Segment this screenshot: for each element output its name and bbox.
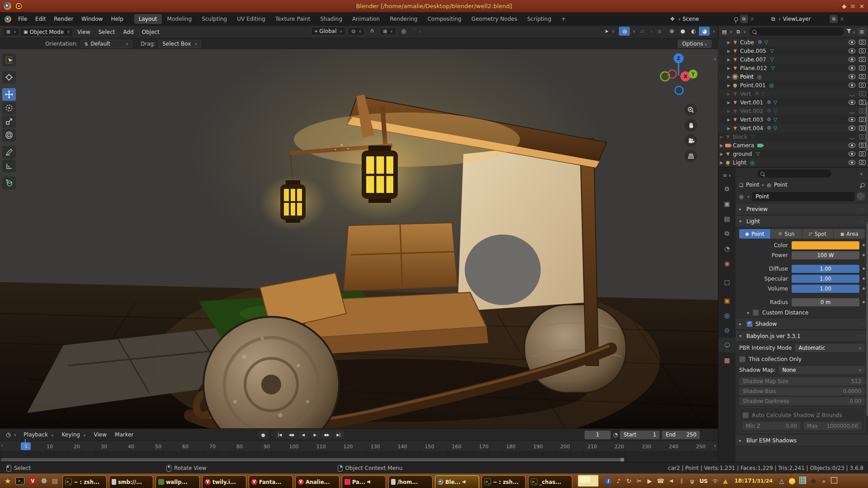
snap-target-dropdown[interactable]: ⊞∨ [379,28,396,35]
outliner-row-camera[interactable]: ▶Camera [718,141,868,150]
timeline-menu-view[interactable]: View [90,430,111,440]
minimize-button[interactable]: ≡ [850,3,855,9]
shading-solid-button[interactable]: ● [677,27,688,36]
tray-keyboard-icon[interactable]: US [699,478,708,484]
animate-dot[interactable] [863,254,865,256]
taskbar-window-analie-[interactable]: VAnalie... [295,475,340,488]
expand-caret-icon[interactable]: ▶ [726,92,732,96]
properties-search-input[interactable] [757,169,831,178]
taskbar-window--chas-[interactable]: >__chas... [528,475,572,488]
timeline-editor-type-button[interactable]: ◷∨ [3,431,19,439]
visibility-eye-toggle[interactable] [849,66,855,70]
taskbar-window--zsh-[interactable]: >_~ : zsh... [481,475,526,488]
outliner-row-light[interactable]: ▶Light◎ [718,158,868,167]
taskbar-window-wallp-[interactable]: wallp... [156,475,200,488]
show-overlays-toggle[interactable]: ◎ [619,27,630,36]
expand-caret-icon[interactable]: ▶ [726,100,732,105]
tool-cursor-button[interactable] [2,71,16,84]
proportional-editing-toggle[interactable]: ◎ [398,27,409,36]
end-frame-field[interactable]: End250 [662,431,700,439]
transport-play-reverse-button[interactable]: ◀ [298,431,309,439]
expand-caret-icon[interactable]: ▶ [726,117,732,122]
tab-texture[interactable]: ▩ [718,352,736,367]
outliner-row-plane-012[interactable]: ▶▼Plane.012▽ [718,64,868,72]
tab-constraints[interactable]: ⊙ [718,323,736,338]
min-z-field[interactable]: Min Z0.00 [742,422,801,430]
visibility-eye-toggle[interactable] [849,74,855,79]
shadow-map-size-field[interactable]: Shadow Map Size512 [739,377,865,385]
outliner-filter-dropdown[interactable]: ∨ [846,28,855,35]
drag-dropdown[interactable]: Select Box∨ [158,40,201,48]
workspace-tab-scripting[interactable]: Scripting [523,14,556,24]
light-type-spot[interactable]: ◸Spot [802,229,834,239]
tab-collection[interactable]: ▢ [718,274,736,289]
perspective-grid-icon[interactable] [684,150,697,162]
fake-user-shield-button[interactable] [857,192,865,201]
tray-wifi-icon[interactable] [712,478,718,484]
outliner-display-mode-dropdown[interactable]: ⧉∨ [736,29,747,35]
tray-info-icon[interactable]: i [605,477,611,484]
auto-calc-checkbox[interactable] [742,412,749,418]
tool-scale-button[interactable] [2,115,16,128]
viewport-menu-add[interactable]: Add [119,27,138,37]
panel-blur-esm[interactable]: ▸Blur ESM Shadows [736,434,868,446]
close-button[interactable]: × [859,3,864,9]
navigation-gizmo[interactable]: Z X Y [658,52,700,101]
shading-wireframe-button[interactable]: ⊕ [666,27,677,36]
visibility-eye-toggle[interactable] [849,117,855,122]
menu-edit[interactable]: Edit [31,14,50,24]
tray-bluetooth-icon[interactable]: ᛒ [679,478,685,484]
shadow-darkness-field[interactable]: Shadow Darkness0.00 [739,397,865,405]
visibility-eye-toggle[interactable] [849,126,855,131]
render-visibility-toggle[interactable] [859,100,866,105]
panel-light[interactable]: ▾Light:::: [736,215,868,227]
properties-editor-type-button[interactable]: ≡∨ [718,169,736,181]
pan-hand-icon[interactable] [684,119,697,131]
custom-distance-row[interactable]: ▸ Custom Distance [736,307,868,318]
new-collection-button[interactable]: ⊞ [858,28,866,36]
shadow-checkbox[interactable] [746,321,753,327]
tool-annotate-button[interactable] [2,146,16,159]
light-color-swatch[interactable] [792,241,859,249]
tray-clipboard-icon[interactable]: ✂ [636,478,642,484]
breadcrumb-object[interactable]: Point [746,182,760,188]
datablock-name-field[interactable]: Point [752,192,854,201]
taskbar-window--zsh-[interactable]: >_~ : zsh... [62,475,107,488]
tray-phone-icon[interactable]: ☎ [657,478,664,484]
outliner-row-vert-003[interactable]: ▶▼Vert.003⚙▽ [718,115,868,124]
outliner-row-point[interactable]: ▶Point◎ [718,72,868,81]
timeline-ruler[interactable]: 1 10203040506070809010011012013014015016… [0,441,718,451]
render-region-icon[interactable]: ⧈ [654,27,665,36]
light-diffuse-slider[interactable]: 1.00 [792,265,859,273]
proportional-falloff-dropdown[interactable]: ⌒∨ [411,27,422,36]
pbr-intensity-dropdown[interactable]: Automatic∨ [795,344,865,352]
tool-measure-button[interactable] [2,160,16,172]
tray-volume-icon[interactable] [668,478,675,484]
light-power-field[interactable]: 100 W [792,251,859,259]
workspace-tab-uv-editing[interactable]: UV Editing [232,14,270,24]
outliner-scrollbar[interactable] [866,102,868,151]
sidebar-collapse-arrow[interactable]: ‹ [714,56,716,62]
taskbar-window-twily-i-[interactable]: Vtwily.i... [202,475,246,488]
browser-launcher-icon[interactable]: V [29,477,36,484]
expand-caret-icon[interactable]: ▶ [726,49,732,53]
workspace-tab-modeling[interactable]: Modeling [163,14,197,24]
tab-tool[interactable]: ⚙ [718,181,736,196]
transport-jump-start-button[interactable]: |◀ [274,431,285,439]
visibility-eye-toggle[interactable] [849,151,855,156]
xray-toggle[interactable]: ▱ [637,27,647,36]
menu-window[interactable]: Window [77,14,107,24]
render-visibility-toggle[interactable] [859,108,866,113]
pin-id-icon[interactable] [860,182,866,188]
render-visibility-toggle[interactable] [859,91,866,96]
animate-dot[interactable] [863,301,865,303]
mode-dropdown[interactable]: ▣Object Mode∨ [20,28,73,37]
auto-calc-row[interactable]: Auto Calculate Shadow Z Bounds [742,410,862,420]
file-cabinet-launcher-icon[interactable]: ▤ [52,477,58,484]
render-visibility-toggle[interactable] [859,117,866,122]
panel-shadow[interactable]: ▸ Shadow:::: [736,318,868,330]
scene-name[interactable]: Scene [683,16,732,22]
tray-window-list-icon[interactable] [831,477,837,485]
light-radius-field[interactable]: 0 m [792,298,859,306]
expand-caret-icon[interactable]: ▶ [726,57,732,62]
